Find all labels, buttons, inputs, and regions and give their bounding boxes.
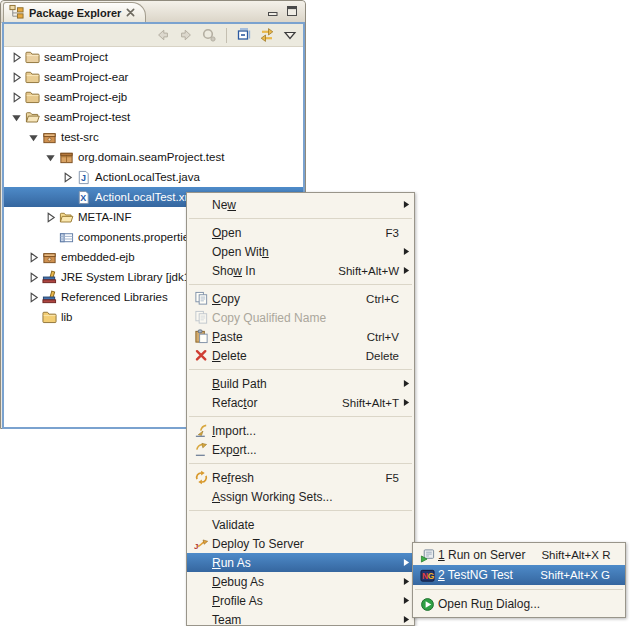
- tree-item-label: META-INF: [78, 211, 135, 223]
- menu-item-copy-qualified-name[interactable]: Copy Qualified Name: [187, 308, 414, 327]
- svg-text:G: G: [428, 571, 435, 581]
- tree-item-test-src[interactable]: test-src: [4, 127, 303, 147]
- expander-icon[interactable]: [26, 131, 41, 144]
- link-with-editor-icon[interactable]: [259, 27, 275, 43]
- menu-item-profile-as[interactable]: Profile As: [187, 591, 414, 610]
- run-on-server-icon: [417, 547, 438, 563]
- menu-item-team[interactable]: Team: [187, 610, 414, 626]
- ear-project-icon: [24, 70, 41, 85]
- menu-separator: [187, 412, 414, 421]
- expander-icon[interactable]: [43, 211, 58, 224]
- submenu-arrow-icon: [399, 558, 410, 567]
- menu-item-refresh[interactable]: RefreshF5: [187, 468, 414, 487]
- menu-icon-spacer: [191, 593, 212, 609]
- menu-icon-spacer: [191, 489, 212, 505]
- menu-icon-spacer: [191, 197, 212, 213]
- menu-item-label: Debug As: [212, 575, 383, 589]
- tree-item-seamproject-ejb[interactable]: seamProject-ejb: [4, 87, 303, 107]
- menu-accelerator: Delete: [366, 350, 399, 362]
- menu-item-open-with[interactable]: Open With: [187, 242, 414, 261]
- menu-item-validate[interactable]: Validate: [187, 515, 414, 534]
- expander-icon[interactable]: [26, 251, 41, 264]
- minimize-button[interactable]: [267, 5, 279, 17]
- menu-item-paste[interactable]: PasteCtrl+V: [187, 327, 414, 346]
- tree-item-seamproject[interactable]: seamProject: [4, 47, 303, 67]
- menu-item-copy[interactable]: CopyCtrl+C: [187, 289, 414, 308]
- tree-item-label: org.domain.seamProject.test: [78, 151, 228, 163]
- expander-icon[interactable]: [9, 51, 24, 64]
- focus-icon: [201, 27, 217, 43]
- export-icon: [191, 442, 212, 458]
- menu-item-build-path[interactable]: Build Path: [187, 374, 414, 393]
- tree-item-seamproject-test[interactable]: seamProject-test: [4, 107, 303, 127]
- import-icon: [191, 423, 212, 439]
- toolbar-separator: [226, 28, 227, 43]
- menu-item-debug-as[interactable]: Debug As: [187, 572, 414, 591]
- java-project-icon: [24, 50, 41, 65]
- java-file-icon: J: [75, 170, 92, 185]
- submenu-arrow-icon: [399, 596, 410, 605]
- submenu-arrow-icon: [399, 266, 410, 275]
- tree-item-label: seamProject-test: [44, 111, 134, 123]
- menu-item-import[interactable]: Import...: [187, 421, 414, 440]
- package-icon: [58, 150, 75, 165]
- menu-item-label: Run As: [212, 556, 383, 570]
- expander-icon[interactable]: [60, 171, 75, 184]
- expander-icon[interactable]: [9, 71, 24, 84]
- menu-accelerator: F3: [386, 227, 399, 239]
- svg-text:J: J: [81, 173, 86, 183]
- expander-icon[interactable]: [9, 111, 24, 124]
- close-icon[interactable]: [126, 7, 135, 19]
- menu-item-deploy-to-server[interactable]: JDeploy To Server: [187, 534, 414, 553]
- tree-item-label: test-src: [61, 131, 103, 143]
- expander-icon[interactable]: [43, 151, 58, 164]
- menu-accelerator: Ctrl+V: [367, 331, 399, 343]
- menu-accelerator: Shift+Alt+W: [338, 265, 399, 277]
- menu-item-assign-working-sets[interactable]: Assign Working Sets...: [187, 487, 414, 506]
- menu-item-refactor[interactable]: RefactorShift+Alt+T: [187, 393, 414, 412]
- tree-item-actionlocaltest-java[interactable]: JActionLocalTest.java: [4, 167, 303, 187]
- view-menu-icon[interactable]: [282, 27, 298, 43]
- menu-accelerator: Shift+Alt+T: [342, 397, 399, 409]
- tree-item-label: embedded-ejb: [61, 251, 139, 263]
- tab-package-explorer[interactable]: Package Explorer: [3, 2, 146, 22]
- expander-icon[interactable]: [26, 291, 41, 304]
- menu-item-show-in[interactable]: Show InShift+Alt+W: [187, 261, 414, 280]
- menu-item-open-run-dialog[interactable]: Open Run Dialog...: [413, 594, 625, 614]
- expander-icon[interactable]: [26, 271, 41, 284]
- tree-item-label: seamProject-ejb: [44, 91, 131, 103]
- menu-item-label: Open Run Dialog...: [438, 597, 594, 611]
- menu-item-export[interactable]: Export...: [187, 440, 414, 459]
- library-icon: [41, 290, 58, 305]
- library-icon: [41, 270, 58, 285]
- xml-file-icon: X: [75, 190, 92, 205]
- menu-item-run-as[interactable]: Run As: [187, 553, 414, 572]
- copy-icon: [191, 310, 212, 326]
- menu-item-new[interactable]: New: [187, 195, 414, 214]
- menu-item-delete[interactable]: DeleteDelete: [187, 346, 414, 365]
- menu-item-2-testng-test[interactable]: NG2 TestNG TestShift+Alt+X G: [413, 565, 625, 585]
- maximize-button[interactable]: [286, 5, 298, 17]
- menu-item-1-run-on-server[interactable]: 1 Run on ServerShift+Alt+X R: [413, 545, 625, 565]
- submenu-arrow-icon: [399, 379, 410, 388]
- menu-item-label: Delete: [212, 349, 350, 363]
- view-titlebar: Package Explorer: [1, 1, 305, 23]
- expander-icon[interactable]: [9, 91, 24, 104]
- menu-separator: [187, 280, 414, 289]
- menu-item-label: Show In: [212, 264, 322, 278]
- menu-separator: [187, 214, 414, 223]
- menu-item-label: Refresh: [212, 471, 370, 485]
- tree-item-seamproject-ear[interactable]: seamProject-ear: [4, 67, 303, 87]
- menu-item-label: Copy: [212, 292, 350, 306]
- menu-accelerator: F5: [386, 472, 399, 484]
- collapse-all-icon[interactable]: [236, 27, 252, 43]
- menu-item-label: Refactor: [212, 396, 326, 410]
- tree-item-label: components.properties: [78, 231, 199, 243]
- tree-item-org-domain-seamproject-test[interactable]: org.domain.seamProject.test: [4, 147, 303, 167]
- open-project-icon: [24, 110, 41, 125]
- menu-item-open[interactable]: OpenF3: [187, 223, 414, 242]
- menu-icon-spacer: [191, 225, 212, 241]
- testng-icon: NG: [417, 567, 438, 583]
- view-toolbar: [4, 24, 303, 47]
- menu-separator: [187, 506, 414, 515]
